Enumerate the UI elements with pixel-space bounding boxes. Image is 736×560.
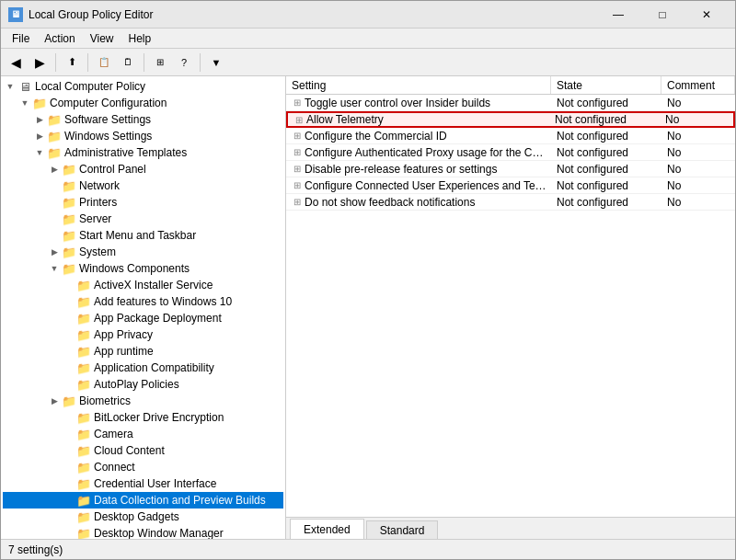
setting-row-5[interactable]: ⊞ Configure Connected User Experiences a…: [286, 177, 735, 194]
tree-label-computer-configuration: Computer Configuration: [50, 97, 167, 109]
toolbar: ◀ ▶ ⬆ 📋 🗒 ⊞ ? ▼: [1, 49, 735, 76]
folder-icon-desktop-gadgets: 📁: [76, 509, 91, 524]
tree-item-computer-configuration[interactable]: ▼ 📁 Computer Configuration: [3, 95, 283, 111]
setting-comment-0: No: [661, 97, 735, 109]
tree-item-activex[interactable]: ▶ 📁 ActiveX Installer Service: [3, 277, 283, 293]
setting-state-2: Not configured: [551, 130, 661, 143]
tree-label-camera: Camera: [94, 428, 133, 440]
menu-file[interactable]: File: [5, 29, 37, 48]
properties-button[interactable]: ⊞: [149, 51, 171, 74]
tree-item-control-panel[interactable]: ▶ 📁 Control Panel: [3, 161, 283, 177]
back-button[interactable]: ◀: [5, 51, 27, 74]
folder-icon-desktop-window-manager: 📁: [76, 526, 91, 539]
tree-item-credential-ui[interactable]: ▶ 📁 Credential User Interface: [3, 475, 283, 492]
forward-button[interactable]: ▶: [29, 51, 51, 74]
tree-item-software-settings[interactable]: ▶ 📁 Software Settings: [3, 111, 283, 128]
tree-item-autoplay[interactable]: ▶ 📁 AutoPlay Policies: [3, 376, 283, 393]
minimize-button[interactable]: —: [597, 1, 639, 29]
tree-label-desktop-window-manager: Desktop Window Manager: [94, 527, 224, 539]
setting-state-3: Not configured: [551, 146, 661, 159]
setting-name-1: Allow Telemetry: [306, 113, 549, 126]
setting-icon-4: ⊞: [286, 161, 305, 177]
show-hide-button[interactable]: 📋: [93, 51, 115, 74]
setting-row-3[interactable]: ⊞ Configure Authenticated Proxy usage fo…: [286, 144, 735, 161]
setting-icon-0: ⊞: [286, 95, 305, 111]
status-text: 7 setting(s): [8, 543, 63, 556]
tree-item-admin-templates[interactable]: ▼ 📁 Administrative Templates: [3, 144, 283, 161]
tree-item-data-collection[interactable]: ▶ 📁 Data Collection and Preview Builds: [3, 492, 283, 509]
menu-bar: File Action View Help: [1, 29, 735, 49]
tree-item-network[interactable]: ▶ 📁 Network: [3, 177, 283, 194]
expand-icon: ▼: [3, 79, 17, 94]
tree-label-activex: ActiveX Installer Service: [94, 279, 213, 291]
setting-name-6: Do not show feedback notifications: [305, 196, 551, 209]
tree-item-biometrics[interactable]: ▶ 📁 Biometrics: [3, 393, 283, 409]
tree-item-camera[interactable]: ▶ 📁 Camera: [3, 426, 283, 442]
tree-item-server[interactable]: ▶ 📁 Server: [3, 211, 283, 227]
tree-item-app-privacy[interactable]: ▶ 📁 App Privacy: [3, 326, 283, 343]
folder-icon-connect: 📁: [76, 460, 91, 474]
up-button[interactable]: ⬆: [61, 51, 83, 74]
computer-icon: 🖥: [17, 79, 32, 94]
folder-icon-printers: 📁: [62, 195, 76, 210]
filter-button[interactable]: ▼: [205, 51, 227, 74]
folder-icon-network: 📁: [62, 178, 76, 193]
tree-label-app-privacy: App Privacy: [94, 328, 153, 341]
tree-label-add-features: Add features to Windows 10: [94, 295, 232, 308]
maximize-button[interactable]: □: [641, 1, 684, 29]
tree-label-windows-settings: Windows Settings: [64, 130, 152, 143]
setting-state-6: Not configured: [551, 196, 661, 209]
tree-item-app-compat[interactable]: ▶ 📁 Application Compatibility: [3, 360, 283, 376]
help-button[interactable]: ?: [173, 51, 195, 74]
expand-icon-system: ▶: [47, 245, 62, 259]
tree-item-bitlocker[interactable]: ▶ 📁 BitLocker Drive Encryption: [3, 409, 283, 426]
tree-label-printers: Printers: [79, 196, 117, 209]
tree-label-start-menu: Start Menu and Taskbar: [79, 229, 196, 242]
setting-row-2[interactable]: ⊞ Configure the Commercial ID Not config…: [286, 128, 735, 144]
setting-name-4: Disable pre-release features or settings: [305, 163, 551, 176]
tree-item-windows-components[interactable]: ▼ 📁 Windows Components: [3, 260, 283, 277]
setting-row-6[interactable]: ⊞ Do not show feedback notifications Not…: [286, 194, 735, 211]
folder-icon-software: 📁: [47, 112, 62, 127]
tree-label-windows-components: Windows Components: [79, 262, 190, 275]
tree-item-start-menu[interactable]: ▶ 📁 Start Menu and Taskbar: [3, 227, 283, 244]
tab-standard[interactable]: Standard: [366, 520, 439, 539]
setting-row-1[interactable]: ⊞ Allow Telemetry Not configured No: [286, 111, 735, 128]
close-button[interactable]: ✕: [685, 1, 728, 29]
folder-icon-data-collection: 📁: [76, 493, 91, 508]
tree-item-connect[interactable]: ▶ 📁 Connect: [3, 459, 283, 475]
tree-item-add-features[interactable]: ▶ 📁 Add features to Windows 10: [3, 293, 283, 310]
folder-icon-system: 📁: [62, 245, 76, 259]
tree-item-desktop-window-manager[interactable]: ▶ 📁 Desktop Window Manager: [3, 525, 283, 539]
menu-help[interactable]: Help: [121, 29, 159, 48]
menu-view[interactable]: View: [83, 29, 121, 48]
content-area: ▼ 🖥 Local Computer Policy ▼ 📁 Computer C…: [1, 76, 735, 539]
tree-item-printers[interactable]: ▶ 📁 Printers: [3, 194, 283, 211]
tree-item-windows-settings[interactable]: ▶ 📁 Windows Settings: [3, 128, 283, 144]
setting-name-0: Toggle user control over Insider builds: [305, 97, 551, 109]
status-bar: 7 setting(s): [1, 539, 735, 559]
setting-icon-2: ⊞: [286, 128, 305, 144]
tree-item-system[interactable]: ▶ 📁 System: [3, 244, 283, 260]
tree-item-app-package[interactable]: ▶ 📁 App Package Deployment: [3, 310, 283, 326]
tab-extended[interactable]: Extended: [290, 519, 364, 539]
folder-icon-add-features: 📁: [76, 294, 91, 309]
menu-action[interactable]: Action: [37, 29, 82, 48]
tree-item-local-computer-policy[interactable]: ▼ 🖥 Local Computer Policy: [3, 78, 283, 95]
tree-label-server: Server: [79, 212, 111, 225]
tree-label-local-computer-policy: Local Computer Policy: [35, 80, 145, 93]
tree-item-app-runtime[interactable]: ▶ 📁 App runtime: [3, 343, 283, 360]
tree-label-app-runtime: App runtime: [94, 345, 154, 358]
folder-icon-biometrics: 📁: [62, 394, 76, 408]
tree-item-desktop-gadgets[interactable]: ▶ 📁 Desktop Gadgets: [3, 509, 283, 525]
setting-row-4[interactable]: ⊞ Disable pre-release features or settin…: [286, 161, 735, 177]
tree-item-cloud-content[interactable]: ▶ 📁 Cloud Content: [3, 442, 283, 459]
export-button[interactable]: 🗒: [117, 51, 139, 74]
setting-name-3: Configure Authenticated Proxy usage for …: [305, 146, 551, 159]
expand-icon-computer-config: ▼: [17, 96, 32, 110]
tabs-bar: Extended Standard: [286, 517, 735, 539]
tree-label-credential-ui: Credential User Interface: [94, 477, 216, 490]
tree-view[interactable]: ▼ 🖥 Local Computer Policy ▼ 📁 Computer C…: [1, 76, 285, 539]
setting-row-0[interactable]: ⊞ Toggle user control over Insider build…: [286, 95, 735, 111]
expand-icon-windows-settings: ▶: [32, 129, 47, 143]
